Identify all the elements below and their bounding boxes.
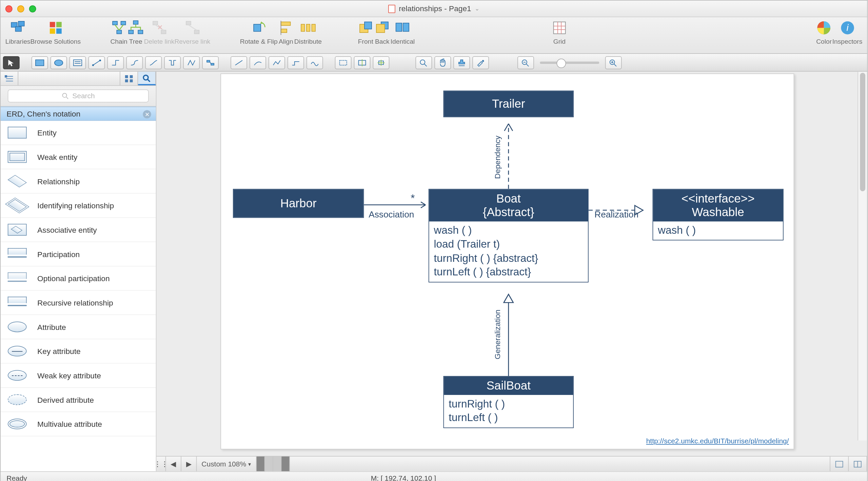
tree-button[interactable]: Tree <box>127 20 144 45</box>
page-next-button[interactable]: ▶ <box>181 457 197 472</box>
class-harbor[interactable]: Harbor <box>233 189 364 218</box>
shape-recursive-relationship[interactable]: Recursive relationship <box>1 291 156 315</box>
shape-identifying-relationship[interactable]: Identifying relationship <box>1 194 156 218</box>
line-tool-3[interactable] <box>269 56 285 69</box>
label-association[interactable]: Association <box>369 209 414 219</box>
text-tool[interactable] <box>70 56 86 69</box>
pointer-tool[interactable] <box>3 56 20 69</box>
source-link[interactable]: http://sce2.umkc.edu/BIT/burrise/pl/mode… <box>646 437 789 445</box>
grid-button[interactable]: Grid <box>551 20 568 45</box>
line-tool-1[interactable] <box>231 56 247 69</box>
align-button[interactable]: Align <box>278 20 294 45</box>
vertical-scrollbar[interactable] <box>857 72 867 441</box>
line-tool-5[interactable] <box>307 56 323 69</box>
sidebar-tab-grid[interactable] <box>120 72 138 85</box>
label-generalization[interactable]: Generalization <box>493 310 502 359</box>
pagebar-scroll-1[interactable] <box>265 457 273 472</box>
line-tool-4[interactable] <box>288 56 304 69</box>
zoom-level[interactable]: Custom 108% ▾ <box>197 457 256 472</box>
connector-1-tool[interactable] <box>88 56 105 69</box>
svg-line-68 <box>66 97 68 99</box>
zoom-out-button[interactable] <box>517 56 534 69</box>
sidebar-tab-search[interactable] <box>138 72 156 85</box>
chain-button[interactable]: Chain <box>110 20 127 45</box>
canvas-page[interactable]: Trailer Harbor Boat {Abstract} wash ( ) <box>220 74 794 449</box>
delete-link-button[interactable]: Delete link <box>144 20 175 45</box>
main-toolbar: Libraries Browse Solutions Chain Tree De… <box>1 17 867 54</box>
minimize-window-button[interactable] <box>17 5 24 12</box>
interface-washable[interactable]: <<interface>> Washable wash ( ) <box>653 189 784 241</box>
search-input[interactable]: Search <box>8 89 149 102</box>
close-category-icon[interactable]: ✕ <box>143 110 151 118</box>
svg-rect-4 <box>56 22 62 27</box>
snap-tool-2[interactable] <box>354 56 371 69</box>
label-dependency[interactable]: Dependency <box>493 135 502 179</box>
rotate-flip-button[interactable]: Rotate & Flip <box>240 20 278 45</box>
snap-tool-3[interactable] <box>373 56 389 69</box>
back-button[interactable]: Back <box>374 20 391 45</box>
front-button[interactable]: Front <box>357 20 374 45</box>
identical-button[interactable]: Identical <box>391 20 415 45</box>
connector-6-tool[interactable] <box>183 56 200 69</box>
inspectors-button[interactable]: i Inspectors <box>832 20 863 45</box>
svg-rect-34 <box>36 60 44 65</box>
stamp-tool[interactable] <box>453 56 470 69</box>
shape-optional-participation[interactable]: Optional participation <box>1 267 156 291</box>
connector-5-tool[interactable] <box>164 56 181 69</box>
pagebar-corner-2[interactable] <box>849 457 867 472</box>
zoom-in-button[interactable] <box>605 56 622 69</box>
snap-tool-1[interactable] <box>335 56 352 69</box>
color-button[interactable]: Color <box>816 20 832 45</box>
svg-rect-6 <box>56 28 62 34</box>
svg-point-35 <box>55 60 63 65</box>
svg-rect-13 <box>153 21 157 25</box>
zoom-tool[interactable] <box>415 56 432 69</box>
shape-derived-attribute[interactable]: Derived attribute <box>1 388 156 412</box>
class-trailer[interactable]: Trailer <box>443 90 574 117</box>
hand-tool[interactable] <box>434 56 451 69</box>
class-sailboat[interactable]: SailBoat turnRight ( ) turnLeft ( ) <box>443 376 574 428</box>
distribute-button[interactable]: Distribute <box>294 20 322 45</box>
shape-multivalue-attribute[interactable]: Multivalue attribute <box>1 412 156 437</box>
line-tool-2[interactable] <box>250 56 266 69</box>
pagebar-scroll-right[interactable] <box>281 457 290 472</box>
close-window-button[interactable] <box>5 5 13 12</box>
connector-2-tool[interactable] <box>107 56 124 69</box>
rect-tool[interactable] <box>32 56 48 69</box>
zoom-window-button[interactable] <box>29 5 36 12</box>
reverse-link-button[interactable]: Reverse link <box>174 20 210 45</box>
eyedropper-tool[interactable] <box>472 56 489 69</box>
shape-attribute[interactable]: Attribute <box>1 315 156 339</box>
connector-7-tool[interactable] <box>202 56 219 69</box>
zoom-slider[interactable] <box>540 61 599 64</box>
ellipse-tool[interactable] <box>51 56 67 69</box>
sidebar-tab-blank[interactable] <box>18 72 120 85</box>
svg-rect-60 <box>4 75 7 77</box>
libraries-button[interactable]: Libraries <box>5 20 31 45</box>
label-realization[interactable]: Realization <box>594 209 638 219</box>
page-prev-button[interactable]: ◀ <box>166 457 181 472</box>
shape-weak-key-attribute[interactable]: Weak key attribute <box>1 363 156 388</box>
shape-weak-entity[interactable]: Weak entity <box>1 145 156 169</box>
canvas-viewport[interactable]: Trailer Harbor Boat {Abstract} wash ( ) <box>156 72 867 456</box>
shape-entity[interactable]: Entity <box>1 121 156 145</box>
connector-4-tool[interactable] <box>145 56 162 69</box>
shape-participation[interactable]: Participation <box>1 242 156 267</box>
label-star[interactable]: * <box>411 192 415 205</box>
shape-associative-entity[interactable]: Associative entity <box>1 218 156 242</box>
shape-relationship[interactable]: Relationship <box>1 169 156 194</box>
pagebar-handle[interactable]: ⋮⋮ <box>156 457 166 472</box>
class-boat[interactable]: Boat {Abstract} wash ( ) load (Trailer t… <box>429 189 589 282</box>
pagebar-corner-1[interactable] <box>830 457 849 472</box>
connector-3-tool[interactable] <box>126 56 143 69</box>
shape-key-attribute[interactable]: Key attribute <box>1 339 156 364</box>
browse-solutions-button[interactable]: Browse Solutions <box>30 20 81 45</box>
sidebar-tab-tree[interactable] <box>1 72 18 85</box>
pagebar-scroll-2[interactable] <box>273 457 281 472</box>
category-header[interactable]: ERD, Chen's notation ✕ <box>1 107 156 121</box>
svg-rect-73 <box>836 461 843 467</box>
svg-rect-17 <box>253 24 260 32</box>
svg-rect-30 <box>553 22 565 34</box>
svg-line-52 <box>526 64 529 66</box>
pagebar-scroll-left[interactable] <box>256 457 264 472</box>
